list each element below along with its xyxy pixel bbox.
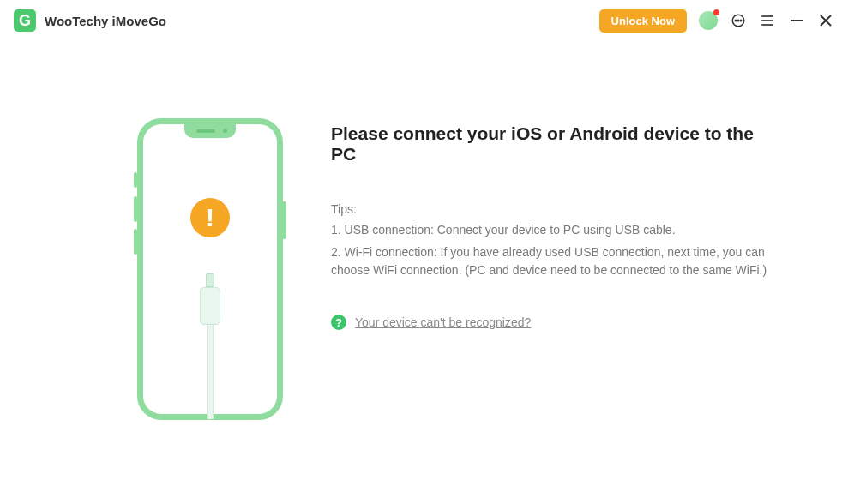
titlebar-right: Unlock Now — [599, 9, 834, 33]
main-content: ! Please connect your iOS or Android dev… — [0, 41, 848, 420]
usb-cable-icon — [197, 273, 223, 419]
tip-2: 2. Wi-Fi connection: If you have already… — [331, 243, 779, 280]
page-headline: Please connect your iOS or Android devic… — [331, 123, 779, 165]
titlebar-left: G WooTechy iMoveGo — [14, 9, 166, 32]
feedback-icon[interactable] — [730, 12, 747, 29]
tips-label: Tips: — [331, 202, 779, 216]
app-logo-letter: G — [19, 12, 31, 30]
phone-side-button — [134, 172, 137, 188]
instructions-panel: Please connect your iOS or Android devic… — [331, 118, 779, 420]
menu-icon[interactable] — [759, 12, 776, 29]
warning-glyph: ! — [206, 203, 214, 232]
minimize-button[interactable] — [788, 12, 805, 29]
tip-1: 1. USB connection: Connect your device t… — [331, 221, 779, 240]
phone-illustration: ! — [137, 118, 283, 420]
phone-side-button — [134, 196, 137, 222]
app-title: WooTechy iMoveGo — [45, 14, 166, 28]
phone-notch — [184, 124, 236, 138]
help-row: ? Your device can't be recognized? — [331, 315, 779, 330]
device-not-recognized-link[interactable]: Your device can't be recognized? — [355, 315, 531, 329]
phone-side-button — [282, 201, 286, 239]
titlebar: G WooTechy iMoveGo Unlock Now — [0, 0, 848, 41]
svg-point-2 — [737, 20, 739, 21]
phone-frame: ! — [137, 118, 283, 420]
phone-side-button — [134, 229, 137, 255]
unlock-button[interactable]: Unlock Now — [599, 9, 687, 33]
help-glyph: ? — [335, 316, 342, 329]
avatar-icon[interactable] — [699, 11, 718, 30]
warning-icon: ! — [190, 198, 230, 237]
svg-point-1 — [735, 20, 737, 21]
help-icon: ? — [331, 315, 346, 330]
svg-point-3 — [740, 20, 742, 21]
app-logo: G — [14, 9, 36, 32]
close-button[interactable] — [817, 12, 834, 29]
